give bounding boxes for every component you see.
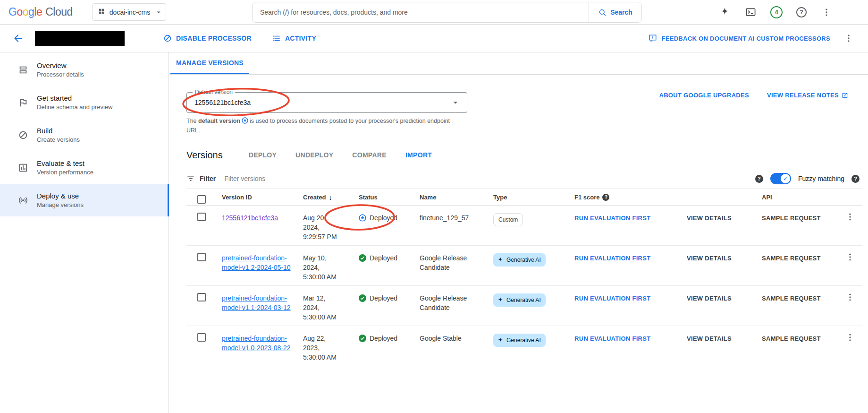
deploy-button[interactable]: DEPLOY — [249, 151, 277, 159]
col-header-created[interactable]: Created ↓ — [303, 194, 359, 201]
release-notes-label: VIEW RELEASE NOTES — [767, 92, 839, 99]
activity-button[interactable]: ACTIVITY — [272, 34, 316, 43]
sample-request-link[interactable]: SAMPLE REQUEST — [762, 335, 821, 342]
sidebar-item-title: Deploy & use — [37, 191, 84, 201]
row-more-vert-icon[interactable] — [837, 206, 862, 222]
sidebar-item-deploy-use[interactable]: Deploy & useManage versions — [0, 184, 169, 216]
sidebar-item-title: Build — [37, 126, 80, 136]
logo-letter: o — [23, 6, 28, 18]
name-cell: Google Stable — [420, 326, 493, 347]
search-input[interactable] — [253, 2, 589, 22]
more-vert-icon[interactable] — [820, 6, 833, 18]
sort-descending-icon: ↓ — [329, 194, 332, 201]
about-label: ABOUT GOOGLE UPGRADES — [659, 92, 749, 99]
chip-label: Generative AI — [506, 336, 541, 345]
filter-button[interactable]: Filter — [186, 174, 216, 183]
notifications-badge[interactable]: 4 — [770, 6, 783, 18]
sidebar-item-build[interactable]: BuildCreate versions — [0, 119, 169, 151]
star-circle-icon — [242, 117, 248, 126]
fuzzy-matching-label: Fuzzy matching — [798, 175, 844, 182]
overview-icon — [18, 65, 29, 75]
run-evaluation-link[interactable]: RUN EVALUATION FIRST — [574, 215, 651, 222]
chip-label: Generative AI — [506, 255, 541, 265]
feedback-button[interactable]: FEEDBACK ON DOCUMENT AI CUSTOM PROCESSOR… — [649, 34, 830, 43]
version-id-link[interactable]: pretrained-foundation-model-v1.1-2024-03… — [222, 294, 291, 311]
view-details-link[interactable]: VIEW DETAILS — [687, 215, 732, 222]
compare-button[interactable]: COMPARE — [352, 151, 387, 159]
view-release-notes-link[interactable]: VIEW RELEASE NOTES — [767, 92, 848, 99]
cloud-shell-icon[interactable] — [744, 6, 757, 18]
version-id-link[interactable]: pretrained-foundation-model-v1.2-2024-05… — [222, 254, 291, 271]
default-version-select[interactable]: Default version 12556121bc1cfe3a — [186, 92, 467, 113]
row-more-vert-icon[interactable] — [837, 286, 862, 302]
select-all-checkbox[interactable] — [197, 195, 206, 204]
generative-ai-chip: Generative AI — [493, 334, 546, 347]
row-checkbox[interactable] — [197, 213, 206, 221]
help-icon[interactable]: ? — [796, 7, 807, 17]
project-icon — [98, 8, 105, 17]
version-id-link[interactable]: 12556121bc1cfe3a — [222, 214, 278, 222]
row-more-vert-icon[interactable] — [837, 246, 862, 262]
sidebar-item-overview[interactable]: OverviewProcessor details — [0, 53, 169, 86]
help-icon[interactable]: ? — [851, 175, 860, 183]
sidebar-item-evaluate-test[interactable]: Evaluate & testVersion performance — [0, 151, 169, 184]
undeploy-button[interactable]: UNDEPLOY — [295, 151, 333, 159]
col-header-version-id: Version ID — [222, 194, 303, 201]
sample-request-link[interactable]: SAMPLE REQUEST — [762, 215, 821, 222]
sample-request-link[interactable]: SAMPLE REQUEST — [762, 255, 821, 262]
view-details-link[interactable]: VIEW DETAILS — [687, 295, 732, 302]
activity-label: ACTIVITY — [285, 34, 316, 42]
processor-header: DISABLE PROCESSOR ACTIVITY FEEDBACK ON D… — [0, 25, 868, 52]
disable-processor-button[interactable]: DISABLE PROCESSOR — [163, 34, 252, 43]
tab-manage-versions[interactable]: MANAGE VERSIONS — [170, 52, 249, 74]
check-circle-icon — [359, 294, 366, 302]
project-selector[interactable]: docai-inc-cms — [93, 3, 166, 21]
col-header-f1: F1 score ? — [574, 194, 687, 201]
global-search: Search — [252, 2, 642, 23]
versions-table: Version ID Created ↓ Status Name Type F1… — [186, 189, 862, 366]
row-more-vert-icon[interactable] — [837, 326, 862, 342]
fuzzy-matching-toggle[interactable]: ✓ — [770, 173, 791, 184]
run-evaluation-link[interactable]: RUN EVALUATION FIRST — [574, 335, 651, 342]
filter-bar: Filter ? ✓ Fuzzy matching ? — [186, 169, 868, 189]
chip-label: Generative AI — [506, 295, 541, 305]
run-evaluation-link[interactable]: RUN EVALUATION FIRST — [574, 255, 651, 262]
flag-icon — [18, 97, 29, 108]
sidebar-item-subtitle: Manage versions — [37, 201, 84, 209]
filter-versions-input[interactable] — [224, 175, 422, 182]
created-cell: Aug 20, 2024, 9:29:57 PM — [303, 206, 359, 245]
logo-letter: g — [28, 6, 34, 18]
row-checkbox[interactable] — [197, 253, 206, 261]
google-cloud-logo[interactable]: Google Cloud — [8, 6, 73, 18]
feedback-icon — [649, 34, 657, 43]
status-text: Deployed — [370, 253, 397, 263]
spark-icon — [497, 337, 504, 344]
generative-ai-chip: Generative AI — [493, 293, 546, 307]
header-more-vert-icon[interactable] — [843, 32, 855, 44]
view-details-link[interactable]: VIEW DETAILS — [687, 335, 732, 342]
activity-list-icon — [272, 34, 281, 43]
status-cell: Deployed — [359, 206, 420, 226]
row-checkbox[interactable] — [197, 293, 206, 301]
sample-request-link[interactable]: SAMPLE REQUEST — [762, 295, 821, 302]
help-icon[interactable]: ? — [602, 194, 609, 201]
help-icon[interactable]: ? — [755, 175, 763, 183]
chevron-down-icon — [154, 8, 163, 17]
table-row: pretrained-foundation-model-v1.0-2023-08… — [186, 326, 862, 366]
about-google-upgrades-link[interactable]: ABOUT GOOGLE UPGRADES — [659, 92, 749, 99]
gemini-sparkle-icon[interactable] — [718, 6, 731, 18]
sidebar-item-title: Get started — [37, 94, 112, 103]
topbar-icons: 4 ? — [718, 6, 833, 18]
view-details-link[interactable]: VIEW DETAILS — [687, 255, 732, 262]
run-evaluation-link[interactable]: RUN EVALUATION FIRST — [574, 295, 651, 302]
row-checkbox[interactable] — [197, 333, 206, 342]
sidebar-item-get-started[interactable]: Get startedDefine schema and preview — [0, 86, 169, 119]
back-arrow-icon[interactable] — [12, 32, 25, 44]
col-header-type: Type — [493, 194, 574, 201]
created-cell: Mar 12, 2024, 5:30:00 AM — [303, 286, 359, 326]
feedback-label: FEEDBACK ON DOCUMENT AI CUSTOM PROCESSOR… — [661, 35, 830, 42]
version-id-link[interactable]: pretrained-foundation-model-v1.0-2023-08… — [222, 335, 291, 352]
search-button[interactable]: Search — [589, 2, 641, 22]
import-button[interactable]: IMPORT — [405, 151, 432, 159]
broadcast-icon — [18, 195, 29, 206]
